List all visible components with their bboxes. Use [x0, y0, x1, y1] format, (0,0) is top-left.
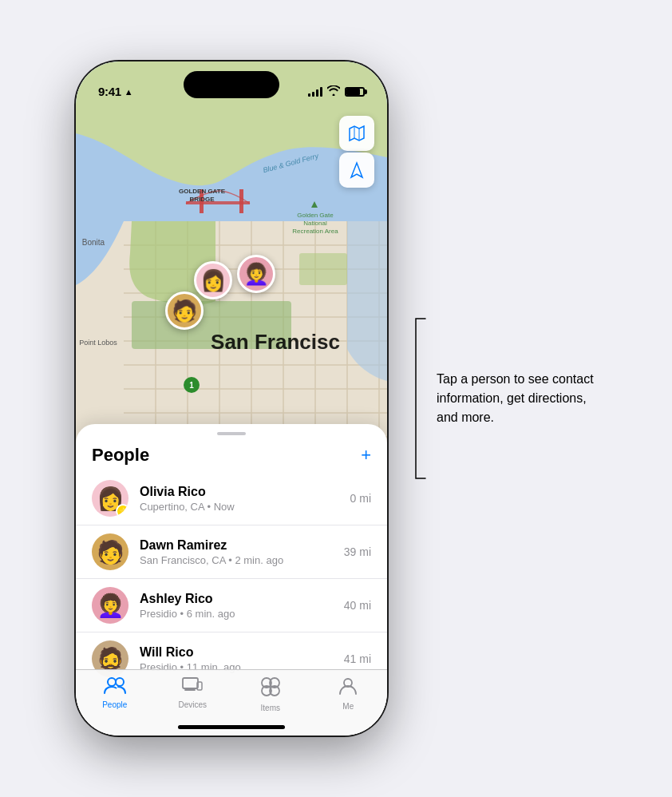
side-annotation: Tap a person to see contact information,…	[411, 311, 596, 486]
sheet-title: People	[92, 445, 149, 466]
wifi-icon	[327, 85, 340, 98]
status-time: 9:41	[98, 85, 121, 98]
svg-text:1: 1	[189, 381, 194, 390]
items-tab-icon	[260, 676, 281, 700]
svg-text:San Francisc: San Francisc	[211, 330, 340, 354]
tab-people-label: People	[102, 700, 127, 709]
person-info: Ashley RicoPresidio • 6 min. ago	[140, 592, 344, 620]
person-info: Olivia RicoCupertino, CA • Now	[140, 485, 350, 513]
signal-bar-3	[316, 89, 318, 97]
side-note-text: Tap a person to see contact information,…	[437, 370, 596, 427]
person-distance: 0 mi	[350, 492, 371, 505]
svg-point-40	[116, 678, 124, 686]
signal-bar-1	[308, 93, 310, 97]
devices-tab-icon	[182, 676, 203, 697]
person-distance: 41 mi	[344, 652, 371, 665]
signal-bars	[308, 87, 322, 97]
svg-text:Point Lobos: Point Lobos	[79, 339, 117, 347]
person-distance: 39 mi	[344, 545, 371, 558]
map-pin-dawn[interactable]: 🧑	[165, 291, 204, 330]
svg-text:Golden Gate: Golden Gate	[297, 212, 334, 219]
person-item-olivia[interactable]: 👩⭐Olivia RicoCupertino, CA • Now0 mi	[76, 472, 387, 525]
avatar-star-badge: ⭐	[116, 504, 128, 517]
tab-me-label: Me	[342, 702, 354, 711]
svg-rect-3	[239, 189, 243, 213]
battery-fill	[346, 89, 360, 95]
home-indicator	[178, 725, 285, 729]
svg-rect-23	[299, 253, 347, 285]
tab-me[interactable]: Me	[310, 676, 388, 711]
battery-icon	[345, 87, 365, 97]
person-distance: 40 mi	[344, 599, 371, 612]
person-item-dawn[interactable]: 🧑Dawn RamirezSan Francisco, CA • 2 min. …	[76, 525, 387, 579]
map-area[interactable]: Sausalito Blue & Gold Ferry Bonita Point…	[76, 61, 387, 485]
tab-devices[interactable]: Devices	[154, 676, 232, 709]
map-pin-ashley[interactable]: 👩‍🦱	[237, 255, 275, 293]
person-name: Ashley Rico	[140, 592, 344, 606]
map-type-button[interactable]	[339, 116, 374, 151]
svg-text:BRIDGE: BRIDGE	[189, 196, 215, 203]
status-icons	[308, 85, 365, 98]
location-arrow-icon: ▲	[125, 87, 133, 97]
phone-screen: 9:41 ▲	[76, 61, 387, 736]
tab-items-label: Items	[261, 704, 280, 712]
person-name: Dawn Ramirez	[140, 538, 344, 553]
svg-text:GOLDEN GATE: GOLDEN GATE	[179, 188, 226, 195]
avatar-olivia: 👩⭐	[92, 480, 128, 517]
add-person-button[interactable]: +	[361, 445, 371, 466]
person-name: Will Rico	[140, 645, 344, 660]
sheet-header: People +	[76, 435, 387, 472]
people-list: 👩⭐Olivia RicoCupertino, CA • Now0 mi🧑Daw…	[76, 472, 387, 685]
people-tab-icon	[104, 676, 126, 697]
map-controls	[339, 116, 374, 188]
svg-text:Recreation Area: Recreation Area	[292, 228, 338, 235]
avatar-ashley: 👩‍🦱	[92, 587, 128, 624]
dynamic-island	[184, 71, 279, 98]
tab-devices-label: Devices	[178, 700, 207, 709]
person-location: Cupertino, CA • Now	[140, 501, 350, 513]
person-item-ashley[interactable]: 👩‍🦱Ashley RicoPresidio • 6 min. ago40 mi	[76, 579, 387, 632]
tab-people[interactable]: People	[76, 676, 154, 709]
person-location: Presidio • 6 min. ago	[140, 608, 344, 620]
me-tab-icon	[338, 676, 358, 699]
svg-rect-41	[183, 678, 198, 688]
person-location: San Francisco, CA • 2 min. ago	[140, 554, 344, 566]
tab-items[interactable]: Items	[231, 676, 310, 712]
location-button[interactable]	[339, 153, 374, 188]
svg-text:National: National	[303, 220, 327, 227]
phone-container: 9:41 ▲	[76, 61, 387, 736]
svg-point-39	[108, 678, 116, 686]
person-info: Dawn RamirezSan Francisco, CA • 2 min. a…	[140, 538, 344, 566]
bracket-svg	[411, 311, 427, 486]
signal-bar-2	[312, 92, 314, 97]
avatar-dawn: 🧑	[92, 533, 128, 570]
svg-text:Bonita: Bonita	[82, 238, 105, 247]
phone-wrapper: 9:41 ▲	[76, 61, 596, 736]
person-name: Olivia Rico	[140, 485, 350, 499]
signal-bar-4	[320, 87, 322, 97]
map-pin-olivia[interactable]: 👩	[194, 261, 232, 299]
